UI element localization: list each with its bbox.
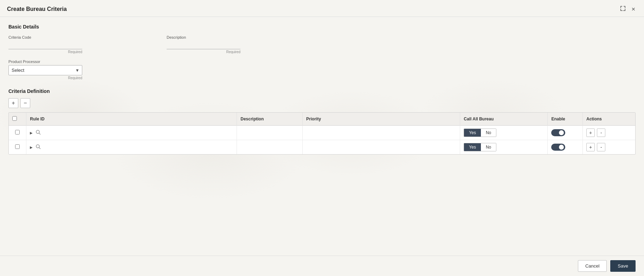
row1-enable-cell: [548, 126, 583, 140]
row2-no-button[interactable]: No: [481, 143, 496, 151]
remove-row-button[interactable]: −: [20, 98, 30, 108]
row1-checkbox-cell: [9, 126, 26, 140]
row1-description-cell: [237, 126, 303, 140]
row1-toggle-slider: [551, 129, 565, 136]
col-header-actions: Actions: [583, 113, 636, 126]
svg-point-2: [36, 145, 39, 148]
modal-body: Basic Details Criteria Code Required Des…: [0, 17, 644, 256]
svg-point-0: [36, 130, 39, 133]
table-header-row: Rule ID Description Priority Call All Bu…: [9, 113, 635, 126]
row2-search-icon[interactable]: [36, 144, 41, 151]
row2-add-button[interactable]: +: [586, 143, 595, 151]
modal-footer: Cancel Save: [0, 256, 644, 276]
close-button[interactable]: ✕: [630, 6, 637, 13]
criteria-definition-section: Criteria Definition + − Rule ID: [8, 88, 636, 155]
col-header-call-all-bureau: Call All Bureau: [460, 113, 548, 126]
header-icons: ✕: [619, 5, 637, 13]
row2-actions-cell: + -: [583, 140, 636, 155]
row2-checkbox-cell: [9, 140, 26, 155]
modal-container: Create Bureau Criteria ✕ Basic Details C…: [0, 0, 644, 276]
row2-expand-icon[interactable]: ▶: [30, 145, 33, 149]
modal-title: Create Bureau Criteria: [7, 6, 67, 12]
criteria-code-label: Criteria Code: [8, 35, 82, 39]
row1-yes-no-toggle: Yes No: [464, 128, 496, 137]
col-header-priority: Priority: [303, 113, 460, 126]
table-row: ▶: [9, 140, 635, 155]
col-header-enable: Enable: [548, 113, 583, 126]
close-icon: ✕: [631, 6, 636, 12]
row1-add-button[interactable]: +: [586, 128, 595, 137]
row2-yes-button[interactable]: Yes: [464, 143, 481, 151]
row1-call-bureau-cell: Yes No: [460, 126, 548, 140]
criteria-definition-title: Criteria Definition: [8, 88, 50, 94]
svg-line-1: [39, 133, 40, 134]
table-row: ▶: [9, 126, 635, 140]
row2-toggle-slider: [551, 144, 565, 151]
col-header-ruleid: Rule ID: [26, 113, 237, 126]
row2-enable-cell: [548, 140, 583, 155]
row1-actions-cell: + -: [583, 126, 636, 140]
criteria-definition-header: Criteria Definition: [8, 88, 636, 94]
form-row-2: Product Processor Select Option 1 Option…: [8, 59, 636, 80]
row2-remove-button[interactable]: -: [597, 143, 605, 151]
criteria-table: Rule ID Description Priority Call All Bu…: [9, 113, 635, 154]
row2-checkbox[interactable]: [15, 144, 20, 149]
row1-search-icon[interactable]: [36, 130, 41, 136]
col-header-checkbox: [9, 113, 26, 126]
criteria-code-group: Criteria Code Required: [8, 35, 82, 54]
product-processor-required: Required: [8, 76, 82, 80]
product-processor-group: Product Processor Select Option 1 Option…: [8, 59, 82, 80]
add-row-button[interactable]: +: [8, 98, 18, 108]
product-processor-select-wrapper: Select Option 1 Option 2 ▼: [8, 65, 82, 75]
save-button[interactable]: Save: [610, 260, 636, 272]
expand-button[interactable]: [619, 5, 627, 13]
select-all-checkbox[interactable]: [12, 116, 17, 121]
criteria-code-required: Required: [8, 50, 82, 54]
product-processor-select[interactable]: Select Option 1 Option 2: [8, 65, 82, 75]
description-input[interactable]: [167, 41, 240, 49]
table-action-buttons: + −: [8, 98, 636, 108]
product-processor-label: Product Processor: [8, 59, 82, 64]
description-group: Description Required: [167, 35, 240, 54]
description-required: Required: [167, 50, 240, 54]
row1-toggle-switch[interactable]: [551, 129, 565, 136]
basic-details-title: Basic Details: [8, 24, 636, 30]
cancel-button[interactable]: Cancel: [578, 260, 607, 272]
row1-priority-cell: [303, 126, 460, 140]
criteria-code-input[interactable]: [8, 41, 82, 49]
description-label: Description: [167, 35, 240, 39]
row2-description-cell: [237, 140, 303, 155]
row1-remove-button[interactable]: -: [597, 128, 605, 137]
modal-header: Create Bureau Criteria ✕: [0, 0, 644, 17]
svg-line-3: [39, 148, 40, 149]
row2-call-bureau-cell: Yes No: [460, 140, 548, 155]
row2-priority-cell: [303, 140, 460, 155]
row2-toggle-switch[interactable]: [551, 144, 565, 151]
row1-ruleid-cell: ▶: [26, 126, 237, 140]
row2-yes-no-toggle: Yes No: [464, 143, 496, 151]
row1-no-button[interactable]: No: [481, 129, 496, 137]
row2-ruleid-cell: ▶: [26, 140, 237, 155]
criteria-table-container: Rule ID Description Priority Call All Bu…: [8, 112, 636, 155]
row1-yes-button[interactable]: Yes: [464, 129, 481, 137]
col-header-description: Description: [237, 113, 303, 126]
row1-expand-icon[interactable]: ▶: [30, 131, 33, 135]
row1-checkbox[interactable]: [15, 130, 20, 134]
form-row-1: Criteria Code Required Description Requi…: [8, 35, 636, 54]
